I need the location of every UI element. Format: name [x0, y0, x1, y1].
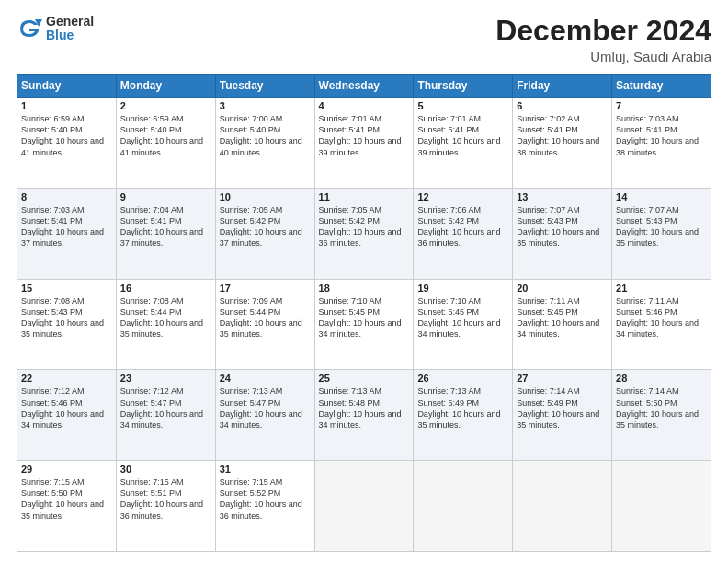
day-info: Sunrise: 7:09 AM Sunset: 5:44 PM Dayligh… [220, 295, 311, 340]
day-number: 9 [120, 191, 211, 202]
calendar-cell: 14 Sunrise: 7:07 AM Sunset: 5:43 PM Dayl… [612, 188, 711, 279]
logo: General Blue [17, 15, 94, 43]
day-number: 24 [220, 373, 311, 384]
week-row-3: 15 Sunrise: 7:08 AM Sunset: 5:43 PM Dayl… [17, 279, 711, 370]
weekday-header-sunday: Sunday [17, 75, 117, 98]
week-row-5: 29 Sunrise: 7:15 AM Sunset: 5:50 PM Dayl… [17, 461, 711, 552]
weekday-header-row: SundayMondayTuesdayWednesdayThursdayFrid… [17, 75, 711, 98]
day-number: 31 [220, 464, 311, 475]
day-number: 25 [319, 373, 410, 384]
calendar-cell: 1 Sunrise: 6:59 AM Sunset: 5:40 PM Dayli… [17, 98, 117, 189]
calendar-cell: 16 Sunrise: 7:08 AM Sunset: 5:44 PM Dayl… [116, 279, 215, 370]
day-number: 17 [220, 282, 311, 293]
day-info: Sunrise: 7:06 AM Sunset: 5:42 PM Dayligh… [417, 204, 508, 249]
calendar-cell: 30 Sunrise: 7:15 AM Sunset: 5:51 PM Dayl… [116, 461, 215, 552]
calendar-cell: 12 Sunrise: 7:06 AM Sunset: 5:42 PM Dayl… [414, 188, 513, 279]
header: General Blue December 2024 Umluj, Saudi … [17, 15, 711, 64]
location-title: Umluj, Saudi Arabia [495, 49, 711, 64]
day-number: 8 [21, 191, 112, 202]
day-number: 30 [120, 464, 211, 475]
calendar-cell: 8 Sunrise: 7:03 AM Sunset: 5:41 PM Dayli… [17, 188, 117, 279]
day-info: Sunrise: 7:08 AM Sunset: 5:43 PM Dayligh… [21, 295, 112, 340]
day-number: 23 [120, 373, 211, 384]
day-number: 7 [616, 100, 707, 111]
logo-blue-text: Blue [46, 29, 94, 42]
day-number: 22 [21, 373, 112, 384]
weekday-header-saturday: Saturday [612, 75, 711, 98]
week-row-2: 8 Sunrise: 7:03 AM Sunset: 5:41 PM Dayli… [17, 188, 711, 279]
day-number: 19 [417, 282, 508, 293]
calendar-page: General Blue December 2024 Umluj, Saudi … [0, 0, 728, 563]
day-number: 3 [220, 100, 311, 111]
week-row-1: 1 Sunrise: 6:59 AM Sunset: 5:40 PM Dayli… [17, 98, 711, 189]
calendar-table: SundayMondayTuesdayWednesdayThursdayFrid… [17, 74, 711, 552]
calendar-cell [513, 461, 612, 552]
day-number: 16 [120, 282, 211, 293]
calendar-cell: 21 Sunrise: 7:11 AM Sunset: 5:46 PM Dayl… [612, 279, 711, 370]
day-info: Sunrise: 7:01 AM Sunset: 5:41 PM Dayligh… [417, 113, 508, 158]
calendar-cell: 26 Sunrise: 7:13 AM Sunset: 5:49 PM Dayl… [414, 370, 513, 461]
day-info: Sunrise: 7:13 AM Sunset: 5:47 PM Dayligh… [220, 385, 311, 431]
day-number: 15 [21, 282, 112, 293]
day-info: Sunrise: 7:13 AM Sunset: 5:49 PM Dayligh… [417, 385, 508, 431]
calendar-cell [612, 461, 711, 552]
day-info: Sunrise: 7:15 AM Sunset: 5:50 PM Dayligh… [21, 477, 112, 522]
day-info: Sunrise: 7:11 AM Sunset: 5:45 PM Dayligh… [517, 295, 608, 340]
calendar-cell: 22 Sunrise: 7:12 AM Sunset: 5:46 PM Dayl… [17, 370, 117, 461]
day-number: 26 [417, 373, 508, 384]
day-number: 6 [517, 100, 608, 111]
calendar-cell: 9 Sunrise: 7:04 AM Sunset: 5:41 PM Dayli… [116, 188, 215, 279]
day-number: 18 [319, 282, 410, 293]
weekday-header-tuesday: Tuesday [215, 75, 314, 98]
day-info: Sunrise: 7:03 AM Sunset: 5:41 PM Dayligh… [616, 113, 707, 158]
day-info: Sunrise: 7:07 AM Sunset: 5:43 PM Dayligh… [517, 204, 608, 249]
calendar-cell [314, 461, 414, 552]
day-number: 11 [319, 191, 410, 202]
calendar-cell: 13 Sunrise: 7:07 AM Sunset: 5:43 PM Dayl… [513, 188, 612, 279]
calendar-cell: 31 Sunrise: 7:15 AM Sunset: 5:52 PM Dayl… [215, 461, 314, 552]
day-info: Sunrise: 7:05 AM Sunset: 5:42 PM Dayligh… [220, 204, 311, 249]
day-info: Sunrise: 7:14 AM Sunset: 5:50 PM Dayligh… [616, 385, 707, 431]
day-number: 13 [517, 191, 608, 202]
day-info: Sunrise: 7:15 AM Sunset: 5:52 PM Dayligh… [220, 477, 311, 522]
logo-general-text: General [46, 15, 94, 29]
day-number: 28 [616, 373, 707, 384]
logo-text: General Blue [46, 15, 94, 43]
calendar-cell: 3 Sunrise: 7:00 AM Sunset: 5:40 PM Dayli… [215, 98, 314, 189]
calendar-cell [414, 461, 513, 552]
day-number: 4 [319, 100, 410, 111]
calendar-cell: 6 Sunrise: 7:02 AM Sunset: 5:41 PM Dayli… [513, 98, 612, 189]
calendar-cell: 19 Sunrise: 7:10 AM Sunset: 5:45 PM Dayl… [414, 279, 513, 370]
title-section: December 2024 Umluj, Saudi Arabia [495, 15, 711, 64]
day-number: 10 [220, 191, 311, 202]
weekday-header-thursday: Thursday [414, 75, 513, 98]
day-number: 5 [417, 100, 508, 111]
week-row-4: 22 Sunrise: 7:12 AM Sunset: 5:46 PM Dayl… [17, 370, 711, 461]
day-info: Sunrise: 7:15 AM Sunset: 5:51 PM Dayligh… [120, 477, 211, 522]
calendar-cell: 27 Sunrise: 7:14 AM Sunset: 5:49 PM Dayl… [513, 370, 612, 461]
day-number: 29 [21, 464, 112, 475]
weekday-header-friday: Friday [513, 75, 612, 98]
calendar-cell: 7 Sunrise: 7:03 AM Sunset: 5:41 PM Dayli… [612, 98, 711, 189]
day-info: Sunrise: 7:04 AM Sunset: 5:41 PM Dayligh… [120, 204, 211, 249]
day-info: Sunrise: 6:59 AM Sunset: 5:40 PM Dayligh… [21, 113, 112, 158]
day-info: Sunrise: 7:10 AM Sunset: 5:45 PM Dayligh… [319, 295, 410, 340]
calendar-cell: 23 Sunrise: 7:12 AM Sunset: 5:47 PM Dayl… [116, 370, 215, 461]
day-info: Sunrise: 7:11 AM Sunset: 5:46 PM Dayligh… [616, 295, 707, 340]
day-info: Sunrise: 7:03 AM Sunset: 5:41 PM Dayligh… [21, 204, 112, 249]
day-info: Sunrise: 7:14 AM Sunset: 5:49 PM Dayligh… [517, 385, 608, 431]
day-info: Sunrise: 7:08 AM Sunset: 5:44 PM Dayligh… [120, 295, 211, 340]
day-number: 12 [417, 191, 508, 202]
weekday-header-monday: Monday [116, 75, 215, 98]
day-number: 21 [616, 282, 707, 293]
calendar-cell: 4 Sunrise: 7:01 AM Sunset: 5:41 PM Dayli… [314, 98, 414, 189]
day-info: Sunrise: 7:07 AM Sunset: 5:43 PM Dayligh… [616, 204, 707, 249]
day-info: Sunrise: 7:00 AM Sunset: 5:40 PM Dayligh… [220, 113, 311, 158]
day-info: Sunrise: 7:12 AM Sunset: 5:47 PM Dayligh… [120, 385, 211, 431]
calendar-cell: 25 Sunrise: 7:13 AM Sunset: 5:48 PM Dayl… [314, 370, 414, 461]
day-number: 2 [120, 100, 211, 111]
calendar-cell: 15 Sunrise: 7:08 AM Sunset: 5:43 PM Dayl… [17, 279, 117, 370]
day-number: 14 [616, 191, 707, 202]
calendar-cell: 5 Sunrise: 7:01 AM Sunset: 5:41 PM Dayli… [414, 98, 513, 189]
calendar-cell: 18 Sunrise: 7:10 AM Sunset: 5:45 PM Dayl… [314, 279, 414, 370]
